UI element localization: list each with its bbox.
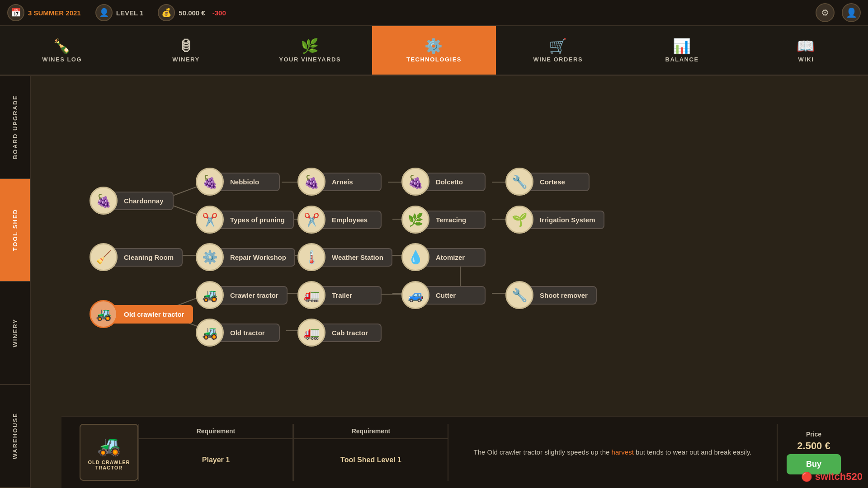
requirement-2-section: Requirement Tool Shed Level 1 [293,424,448,481]
req1-value: Player 1 [139,439,292,481]
wiki-label: WIKI [798,56,814,63]
tab-wine-orders[interactable]: 🛒 WINE ORDERS [496,26,620,75]
sidebar-item-board-upgrade[interactable]: BOARD UPGRADE [0,76,30,179]
cortese-icon: 🔧 [505,168,533,196]
tab-your-vineyards[interactable]: 🌿 YOUR VINEYARDS [248,26,372,75]
node-cutter[interactable]: 🚙 Cutter [401,281,486,309]
tab-winery[interactable]: 🛢 WINERY [124,26,248,75]
nintendo-logo: 🔴 switch520 [801,471,863,483]
node-cab-tractor[interactable]: 🚛 Cab tractor [297,319,382,347]
node-arneis[interactable]: 🍇 Arneis [297,168,382,196]
cutter-label: Cutter [422,286,486,305]
pruning-icon: ✂️ [196,206,224,234]
nebbiolo-label: Nebbiolo [217,173,280,191]
tech-tree: 🍇 Chardonnay 🍇 Nebbiolo 🍇 Arneis 🍇 Dolce… [31,76,868,488]
money-icon: 💰 [158,4,175,21]
arneis-label: Arneis [318,173,382,191]
old-crawler-icon: 🚜 [90,300,118,328]
main-area: BOARD UPGRADE TOOL SHED WINERY WAREHOUSE [0,76,868,488]
node-repair-workshop[interactable]: ⚙️ Repair Workshop [196,243,295,271]
description-text: The Old crawler tractor slightly speeds … [473,447,751,458]
nebbiolo-icon: 🍇 [196,168,224,196]
desc-part2: but tends to wear out and break easily. [634,448,752,456]
irrigation-label: Irrigation System [526,211,604,229]
winery-icon: 🛢 [179,39,193,53]
irrigation-icon: 🌱 [505,206,533,234]
top-bar-right: ⚙ 👤 [816,3,861,22]
old-tractor-icon: 🚜 [196,319,224,347]
top-bar: 📅 3 SUMMER 2021 👤 LEVEL 1 💰 50.000 € -30… [0,0,868,26]
profile-button[interactable]: 👤 [842,3,861,22]
node-shoot-remover[interactable]: 🔧 Shoot remover [505,281,597,309]
tab-wines-log[interactable]: 🍾 WINES LOG [0,26,124,75]
wines-log-label: WINES LOG [42,56,82,63]
chardonnay-label: Chardonnay [110,192,174,210]
sidebar-item-warehouse[interactable]: WAREHOUSE [0,385,30,488]
level-badge: 👤 LEVEL 1 [95,4,144,21]
crawler-label: Crawler tractor [217,286,288,305]
sidebar-item-tool-shed[interactable]: TOOL SHED [0,179,30,282]
cab-tractor-icon: 🚛 [297,319,326,347]
node-terracing[interactable]: 🌿 Terracing [401,206,486,234]
trailer-label: Trailer [318,286,382,305]
node-chardonnay[interactable]: 🍇 Chardonnay [90,187,174,215]
requirement-1-section: Requirement Player 1 [138,424,293,481]
cleaning-icon: 🧹 [90,243,118,271]
item-image-box: 🚜 OLD CRAWLER TRACTOR [80,424,138,481]
chardonnay-icon: 🍇 [90,187,118,215]
cortese-label: Cortese [526,173,590,191]
wines-log-icon: 🍾 [53,39,71,53]
arneis-icon: 🍇 [297,168,326,196]
node-cleaning-room[interactable]: 🧹 Cleaning Room [90,243,183,271]
terracing-icon: 🌿 [401,206,429,234]
node-atomizer[interactable]: 💧 Atomizer [401,243,486,271]
tab-wiki[interactable]: 📖 WIKI [744,26,868,75]
node-nebbiolo[interactable]: 🍇 Nebbiolo [196,168,280,196]
tab-technologies[interactable]: ⚙️ TECHNOLOGIES [372,26,496,75]
node-old-crawler[interactable]: 🚜 Old crawler tractor [90,300,193,328]
node-employees[interactable]: ✂️ Employees [297,206,382,234]
req2-value: Tool Shed Level 1 [294,439,448,481]
description-section: The Old crawler tractor slightly speeds … [448,424,778,481]
crawler-icon: 🚜 [196,281,224,309]
trailer-icon: 🚛 [297,281,326,309]
vineyards-icon: 🌿 [301,39,319,53]
settings-button[interactable]: ⚙ [816,3,835,22]
vineyards-label: YOUR VINEYARDS [279,56,341,63]
balance-icon: 📊 [673,39,691,53]
atomizer-label: Atomizer [422,248,486,267]
pruning-label: Types of pruning [217,211,294,229]
node-irrigation[interactable]: 🌱 Irrigation System [505,206,604,234]
side-panel: BOARD UPGRADE TOOL SHED WINERY WAREHOUSE [0,76,31,488]
price-value: 2.500 € [797,440,830,452]
node-trailer[interactable]: 🚛 Trailer [297,281,382,309]
desc-part1: The Old crawler tractor slightly speeds … [473,448,611,456]
item-image-icon: 🚜 [97,435,121,457]
old-tractor-label: Old tractor [217,324,280,342]
wine-orders-icon: 🛒 [549,39,567,53]
employees-icon: ✂️ [297,206,326,234]
shoot-remover-label: Shoot remover [526,286,597,305]
tech-icon: ⚙️ [425,39,443,53]
tab-balance[interactable]: 📊 BALANCE [620,26,744,75]
node-cortese[interactable]: 🔧 Cortese [505,168,590,196]
sidebar-item-winery[interactable]: WINERY [0,282,30,385]
wine-orders-label: WINE ORDERS [533,56,583,63]
req2-header: Requirement [294,424,448,439]
cutter-icon: 🚙 [401,281,429,309]
dolcetto-icon: 🍇 [401,168,429,196]
nintendo-text: switch520 [815,471,863,482]
node-weather-station[interactable]: 🌡️ Weather Station [297,243,392,271]
node-dolcetto[interactable]: 🍇 Dolcetto [401,168,486,196]
node-crawler-tractor[interactable]: 🚜 Crawler tractor [196,281,288,309]
node-types-of-pruning[interactable]: ✂️ Types of pruning [196,206,294,234]
node-old-tractor[interactable]: 🚜 Old tractor [196,319,280,347]
winery-side-label: WINERY [12,319,19,347]
season-icon: 📅 [7,4,24,21]
item-name: OLD CRAWLER TRACTOR [85,460,133,470]
terracing-label: Terracing [422,211,486,229]
top-bar-left: 📅 3 SUMMER 2021 👤 LEVEL 1 💰 50.000 € -30… [7,4,226,21]
weather-icon: 🌡️ [297,243,326,271]
repair-icon: ⚙️ [196,243,224,271]
price-label: Price [806,431,821,438]
